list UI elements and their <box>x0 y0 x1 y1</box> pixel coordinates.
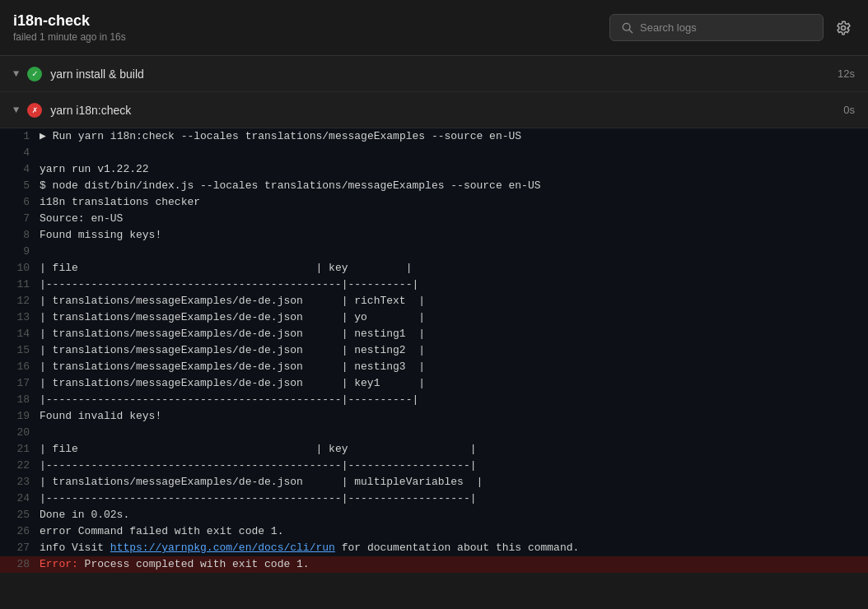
line-content <box>40 145 868 161</box>
error-label: Error: <box>40 558 78 570</box>
line-number: 4 <box>0 145 40 161</box>
table-row: 13 | translations/messageExamples/de-de.… <box>0 309 868 326</box>
log-line: 5 $ node dist/bin/index.js --locales tra… <box>0 178 868 194</box>
line-content: | file | key | <box>40 441 868 458</box>
search-box[interactable] <box>609 14 824 41</box>
table-row: 16 | translations/messageExamples/de-de.… <box>0 359 868 375</box>
line-content: | translations/messageExamples/de-de.jso… <box>40 474 868 490</box>
line-number: 21 <box>0 441 40 458</box>
page-title: i18n-check <box>13 12 126 30</box>
section-yarn-install[interactable]: ▼ ✓ yarn install & build 12s <box>0 56 868 92</box>
log-line: 24 |------------------------------------… <box>0 490 868 507</box>
line-content: Done in 0.02s. <box>40 507 868 523</box>
line-number: 7 <box>0 211 40 227</box>
line-number: 17 <box>0 375 40 392</box>
section-title-i18n: yarn i18n:check <box>50 104 835 117</box>
line-number: 8 <box>0 227 40 244</box>
line-content: |---------------------------------------… <box>40 392 868 408</box>
log-line: 11 |------------------------------------… <box>0 277 868 293</box>
line-number: 26 <box>0 523 40 540</box>
section-title-install: yarn install & build <box>50 67 829 81</box>
log-line: 4 yarn run v1.22.22 <box>0 161 868 178</box>
line-number: 1 <box>0 128 40 145</box>
line-content: ▶ Run yarn i18n:check --locales translat… <box>40 128 868 145</box>
log-line: 1 ▶ Run yarn i18n:check --locales transl… <box>0 128 868 145</box>
docs-link[interactable]: https://yarnpkg.com/en/docs/cli/run <box>110 542 335 554</box>
line-number: 9 <box>0 244 40 260</box>
log-line: 22 |------------------------------------… <box>0 458 868 474</box>
line-number: 19 <box>0 408 40 425</box>
line-content: |---------------------------------------… <box>40 458 868 474</box>
line-content: | translations/messageExamples/de-de.jso… <box>40 326 868 342</box>
log-line: 6 i18n translations checker <box>0 194 868 211</box>
line-number: 16 <box>0 359 40 375</box>
line-content <box>40 425 868 441</box>
line-content: Error: Process completed with exit code … <box>40 556 868 573</box>
line-content: | translations/messageExamples/de-de.jso… <box>40 293 868 309</box>
log-line: 10 | file | key | <box>0 260 868 277</box>
line-number: 12 <box>0 293 40 309</box>
line-content: Source: en-US <box>40 211 868 227</box>
line-content: i18n translations checker <box>40 194 868 211</box>
line-number: 10 <box>0 260 40 277</box>
line-number: 27 <box>0 540 40 556</box>
line-content: error Command failed with exit code 1. <box>40 523 868 540</box>
log-line: 9 <box>0 244 868 260</box>
table-row: 17 | translations/messageExamples/de-de.… <box>0 375 868 392</box>
table-row: 14 | translations/messageExamples/de-de.… <box>0 326 868 342</box>
line-number: 6 <box>0 194 40 211</box>
line-number: 25 <box>0 507 40 523</box>
section-duration-install: 12s <box>838 67 855 80</box>
line-content: | translations/messageExamples/de-de.jso… <box>40 342 868 359</box>
log-line: 20 <box>0 425 868 441</box>
header-left: i18n-check failed 1 minute ago in 16s <box>13 12 126 43</box>
search-icon <box>622 22 633 34</box>
line-content <box>40 244 868 260</box>
log-line: 19 Found invalid keys! <box>0 408 868 425</box>
line-content: Found invalid keys! <box>40 408 868 425</box>
line-content: |---------------------------------------… <box>40 277 868 293</box>
table-row: 12 | translations/messageExamples/de-de.… <box>0 293 868 309</box>
section-yarn-i18n[interactable]: ▼ ✗ yarn i18n:check 0s <box>0 92 868 128</box>
line-number: 13 <box>0 309 40 326</box>
log-line: 7 Source: en-US <box>0 211 868 227</box>
line-number: 18 <box>0 392 40 408</box>
log-line: 27 info Visit https://yarnpkg.com/en/doc… <box>0 540 868 556</box>
log-line: 8 Found missing keys! <box>0 227 868 244</box>
error-message: Process completed with exit code 1. <box>78 558 310 570</box>
line-number: 14 <box>0 326 40 342</box>
log-line: 21 | file | key | <box>0 441 868 458</box>
line-content: info Visit https://yarnpkg.com/en/docs/c… <box>40 540 868 556</box>
settings-button[interactable] <box>832 16 855 40</box>
log-line: 25 Done in 0.02s. <box>0 507 868 523</box>
search-input[interactable] <box>640 21 811 34</box>
success-icon: ✓ <box>27 67 42 81</box>
header-subtitle: failed 1 minute ago in 16s <box>13 31 126 43</box>
line-number: 28 <box>0 556 40 573</box>
header: i18n-check failed 1 minute ago in 16s <box>0 0 868 56</box>
log-line: 4 <box>0 145 868 161</box>
gear-icon <box>835 20 852 36</box>
line-number: 22 <box>0 458 40 474</box>
line-number: 11 <box>0 277 40 293</box>
log-line: 26 error Command failed with exit code 1… <box>0 523 868 540</box>
line-number: 4 <box>0 161 40 178</box>
chevron-down-icon: ▼ <box>13 68 19 80</box>
line-content: | file | key | <box>40 260 868 277</box>
line-content: | translations/messageExamples/de-de.jso… <box>40 359 868 375</box>
error-icon: ✗ <box>27 103 42 118</box>
chevron-down-icon-2: ▼ <box>13 105 19 116</box>
section-duration-i18n: 0s <box>843 104 855 116</box>
line-number: 24 <box>0 490 40 507</box>
line-number: 23 <box>0 474 40 490</box>
line-content: Found missing keys! <box>40 227 868 244</box>
line-content: |---------------------------------------… <box>40 490 868 507</box>
line-content: yarn run v1.22.22 <box>40 161 868 178</box>
log-line: 18 |------------------------------------… <box>0 392 868 408</box>
header-right <box>609 14 855 41</box>
log-area: 1 ▶ Run yarn i18n:check --locales transl… <box>0 128 868 573</box>
error-log-line: 28 Error: Process completed with exit co… <box>0 556 868 573</box>
line-content: | translations/messageExamples/de-de.jso… <box>40 309 868 326</box>
line-content: | translations/messageExamples/de-de.jso… <box>40 375 868 392</box>
table-row: 23 | translations/messageExamples/de-de.… <box>0 474 868 490</box>
